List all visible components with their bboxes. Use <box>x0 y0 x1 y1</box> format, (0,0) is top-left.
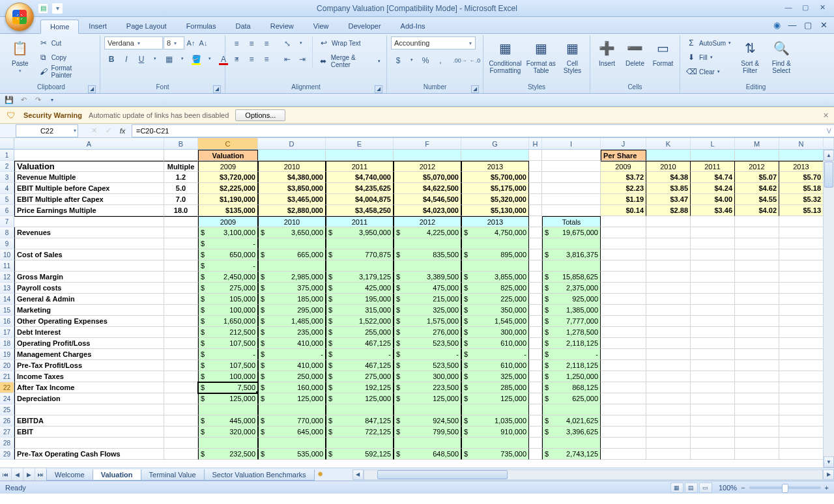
cell[interactable]: $235,000 <box>258 327 326 338</box>
cell[interactable] <box>164 393 198 404</box>
cell[interactable] <box>779 349 824 360</box>
cell[interactable] <box>542 150 601 161</box>
cell[interactable]: $- <box>326 349 394 360</box>
cell[interactable] <box>691 150 735 161</box>
cell[interactable]: $107,500 <box>198 338 258 349</box>
cell[interactable] <box>646 260 691 272</box>
cell[interactable] <box>735 393 779 404</box>
cell[interactable]: $- <box>198 260 258 272</box>
cell[interactable] <box>646 338 691 349</box>
cell[interactable]: $15,858,625 <box>542 272 601 283</box>
cell[interactable] <box>779 438 824 449</box>
cell[interactable]: $212,500 <box>198 327 258 338</box>
cell[interactable] <box>691 327 735 338</box>
cell[interactable]: $735,000 <box>461 449 529 460</box>
cell[interactable] <box>646 294 691 305</box>
cell[interactable]: $223,500 <box>394 382 461 393</box>
tab-data[interactable]: Data <box>225 19 260 33</box>
cell[interactable]: $1,545,000 <box>461 316 529 327</box>
cell[interactable] <box>691 260 735 272</box>
cell[interactable]: $4,622,500 <box>394 183 461 194</box>
vertical-scrollbar[interactable]: ▲ ▼ <box>823 150 834 468</box>
cell[interactable]: 2013 <box>779 161 824 172</box>
format-cells-button[interactable]: ▭Format <box>650 36 676 67</box>
cell[interactable]: $107,500 <box>198 360 258 371</box>
cell[interactable]: 5.0 <box>164 183 198 194</box>
cell[interactable]: $4,023,000 <box>394 205 461 216</box>
number-dialog-icon[interactable]: ◢ <box>471 85 479 93</box>
cell[interactable]: $4.38 <box>646 172 691 183</box>
cell[interactable]: $- <box>461 349 529 360</box>
sheet-nav-prev[interactable]: ◀ <box>12 468 23 481</box>
cell[interactable] <box>164 427 198 438</box>
col-head-A[interactable]: A <box>14 138 164 149</box>
cell[interactable] <box>735 283 779 294</box>
cell[interactable] <box>529 449 542 460</box>
col-head-B[interactable]: B <box>164 138 198 149</box>
cell[interactable]: $625,000 <box>542 393 601 404</box>
cancel-formula-icon[interactable]: ✕ <box>89 126 99 135</box>
cell[interactable]: $- <box>198 349 258 360</box>
find-select-button[interactable]: 🔍Find & Select <box>767 36 796 74</box>
cell[interactable]: $1.19 <box>601 194 646 205</box>
cell[interactable] <box>601 316 646 327</box>
cell[interactable]: $4,004,875 <box>326 194 394 205</box>
cell[interactable]: 2009 <box>198 161 258 172</box>
cell[interactable]: $799,500 <box>394 427 461 438</box>
comma-button[interactable]: , <box>433 53 448 68</box>
borders-button[interactable]: ▦ <box>162 52 176 66</box>
cell[interactable] <box>779 260 824 272</box>
cell[interactable]: 2009 <box>198 216 258 227</box>
cell[interactable] <box>779 227 824 238</box>
cell[interactable] <box>461 260 529 272</box>
cell[interactable]: $2,118,125 <box>542 360 601 371</box>
clipboard-dialog-icon[interactable]: ◢ <box>88 85 96 93</box>
col-head-C[interactable]: C <box>198 138 258 149</box>
align-bottom-button[interactable]: ≡ <box>259 36 274 51</box>
cell[interactable]: $3,100,000 <box>198 227 258 238</box>
cell[interactable]: $475,000 <box>394 283 461 294</box>
cell[interactable] <box>542 260 601 272</box>
cell[interactable] <box>779 283 824 294</box>
cell[interactable] <box>646 427 691 438</box>
conditional-formatting-button[interactable]: ▦Conditional Formatting <box>487 36 523 74</box>
cell[interactable]: $1,485,000 <box>258 316 326 327</box>
security-close-button[interactable]: ✕ <box>823 111 829 120</box>
cell[interactable] <box>529 172 542 183</box>
cell[interactable]: $4,235,625 <box>326 183 394 194</box>
cell[interactable] <box>735 305 779 316</box>
cell[interactable]: 1.2 <box>164 172 198 183</box>
cell[interactable] <box>646 283 691 294</box>
cell[interactable] <box>326 150 394 161</box>
cell[interactable] <box>258 150 326 161</box>
ribbon-minimize-button[interactable]: — <box>787 20 798 30</box>
cell[interactable] <box>326 438 394 449</box>
cell[interactable]: Price Earnings Multiple <box>14 205 164 216</box>
cell[interactable] <box>691 438 735 449</box>
undo-button[interactable]: ↶ <box>18 95 29 105</box>
cell[interactable] <box>735 449 779 460</box>
cell[interactable]: $2.88 <box>646 205 691 216</box>
cell[interactable] <box>779 404 824 415</box>
cell[interactable] <box>326 238 394 249</box>
cell[interactable]: 2012 <box>394 216 461 227</box>
cell[interactable] <box>164 294 198 305</box>
cell[interactable] <box>326 404 394 415</box>
cell[interactable] <box>601 338 646 349</box>
cell[interactable] <box>779 327 824 338</box>
cell[interactable] <box>601 305 646 316</box>
qat-dropdown-icon[interactable]: ▾ <box>52 3 63 14</box>
cell[interactable] <box>601 249 646 260</box>
cell[interactable]: $1,278,500 <box>542 327 601 338</box>
cell[interactable] <box>529 161 542 172</box>
cell[interactable] <box>735 427 779 438</box>
number-format-combo[interactable]: Accounting▾ <box>391 36 476 49</box>
help-button[interactable]: ◉ <box>771 20 782 30</box>
cell[interactable]: $5,070,000 <box>394 172 461 183</box>
col-head-N[interactable]: N <box>779 138 824 149</box>
cell[interactable]: $2,985,000 <box>258 272 326 283</box>
cell[interactable] <box>691 393 735 404</box>
cell[interactable]: $3,720,000 <box>198 172 258 183</box>
cell[interactable]: $195,000 <box>326 294 394 305</box>
tab-review[interactable]: Review <box>261 19 304 33</box>
